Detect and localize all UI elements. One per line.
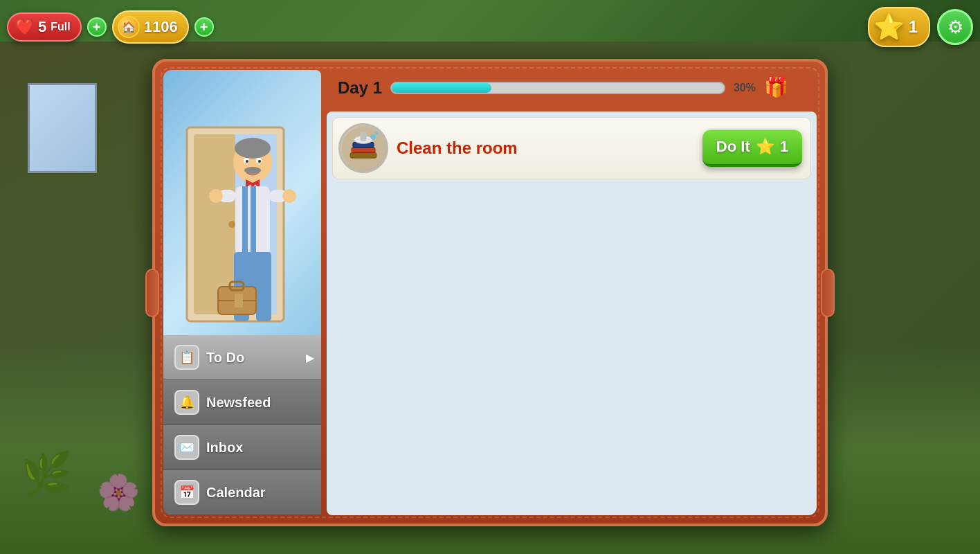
gift-icon: 🎁: [764, 75, 789, 100]
tab-inbox[interactable]: ✉️ Inbox: [163, 425, 321, 470]
svg-rect-19: [256, 283, 271, 321]
svg-point-22: [209, 189, 223, 203]
handle-right: [821, 269, 835, 317]
coins-widget: 🏠 1106: [112, 10, 189, 44]
plant-decoration-1: 🌿: [21, 449, 73, 499]
day-label: Day 1: [338, 78, 382, 98]
settings-icon: ⚙: [947, 17, 963, 38]
star-icon: ⭐: [873, 12, 905, 42]
add-coins-button[interactable]: +: [194, 17, 214, 37]
character-svg: [180, 114, 305, 335]
tab-todo[interactable]: 📋 To Do ▶: [163, 335, 321, 380]
coin-icon: 🏠: [118, 16, 140, 38]
hearts-widget: ❤️ 5 Full: [7, 12, 82, 42]
svg-rect-27: [235, 294, 243, 307]
svg-point-10: [258, 160, 261, 163]
progress-bar: [390, 82, 725, 94]
task-name: Clean the room: [397, 138, 694, 158]
handle-left: [145, 269, 159, 317]
task-icon-container: [338, 123, 388, 173]
svg-point-5: [235, 138, 271, 159]
plant-decoration-2: 🌸: [97, 472, 140, 512]
tab-newsfeed[interactable]: 🔔 Newsfeed: [163, 380, 321, 425]
inbox-tab-icon: ✉️: [174, 435, 199, 460]
star-count: 1: [909, 17, 918, 37]
main-dialog: ✕: [152, 59, 828, 526]
svg-point-3: [228, 221, 235, 228]
hud-left: ❤️ 5 Full + 🏠 1106 +: [7, 10, 214, 44]
task-icon: [341, 124, 386, 172]
svg-point-35: [374, 131, 379, 135]
do-it-count: 1: [780, 138, 788, 156]
svg-rect-16: [251, 186, 256, 256]
newsfeed-tab-icon: 🔔: [174, 390, 199, 415]
svg-rect-15: [242, 186, 248, 256]
character-area: [163, 70, 321, 335]
top-hud: ❤️ 5 Full + 🏠 1106 + ⭐ 1 ⚙: [7, 7, 973, 47]
progress-label: 30%: [734, 82, 756, 94]
inbox-tab-label: Inbox: [206, 440, 243, 456]
todo-tab-label: To Do: [206, 350, 244, 366]
day-header: Day 1 30% 🎁: [327, 70, 817, 106]
tab-calendar[interactable]: 📅 Calendar: [163, 470, 321, 515]
settings-button[interactable]: ⚙: [937, 9, 973, 45]
left-panel: 📋 To Do ▶ 🔔 Newsfeed ✉️ Inbox 📅 Calendar: [163, 70, 321, 515]
window-decoration: [28, 83, 97, 173]
task-item: Clean the room Do It ⭐ 1: [332, 117, 811, 179]
heart-count: 5: [38, 18, 46, 36]
calendar-tab-label: Calendar: [206, 485, 266, 501]
newsfeed-tab-label: Newsfeed: [206, 395, 271, 411]
coin-count: 1106: [144, 18, 178, 36]
progress-fill: [392, 83, 491, 93]
heart-label: Full: [51, 21, 70, 33]
svg-point-23: [282, 189, 296, 203]
svg-rect-29: [350, 153, 376, 159]
right-panel: Day 1 30% 🎁: [321, 70, 817, 515]
nav-tabs: 📋 To Do ▶ 🔔 Newsfeed ✉️ Inbox 📅 Calendar: [163, 335, 321, 515]
add-hearts-button[interactable]: +: [87, 17, 107, 37]
svg-point-9: [246, 160, 248, 163]
svg-rect-30: [352, 148, 375, 153]
svg-rect-33: [360, 132, 366, 141]
close-button[interactable]: ✕: [793, 71, 815, 93]
heart-icon: ❤️: [15, 18, 34, 36]
todo-tab-icon: 📋: [174, 345, 199, 370]
do-it-label: Do It: [716, 138, 750, 156]
hud-right: ⭐ 1 ⚙: [868, 7, 973, 47]
todo-tab-arrow: ▶: [306, 351, 314, 364]
do-it-star-icon: ⭐: [756, 138, 774, 156]
svg-point-34: [370, 134, 376, 140]
do-it-button[interactable]: Do It ⭐ 1: [702, 129, 802, 167]
dialog-content: 📋 To Do ▶ 🔔 Newsfeed ✉️ Inbox 📅 Calendar: [163, 70, 817, 515]
character-illustration: [163, 70, 321, 335]
stars-widget: ⭐ 1: [868, 7, 930, 47]
task-list: Clean the room Do It ⭐ 1: [327, 111, 817, 515]
calendar-tab-icon: 📅: [174, 480, 199, 505]
